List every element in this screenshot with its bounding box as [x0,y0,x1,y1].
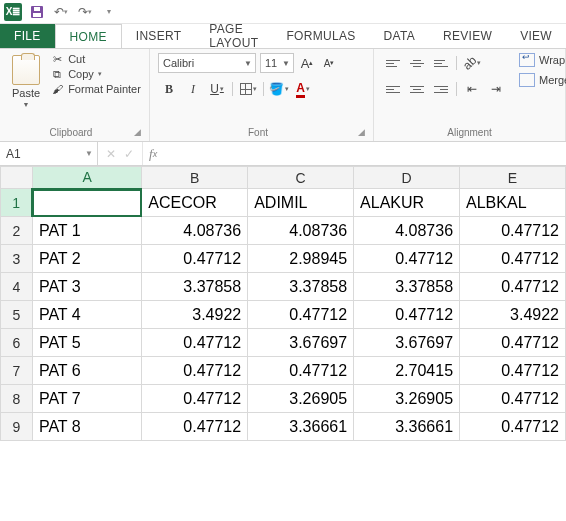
cell[interactable]: ALBKAL [460,189,566,217]
decrease-font-button[interactable]: A▾ [320,53,338,73]
align-top-button[interactable] [382,53,404,73]
fill-color-button[interactable]: 🪣▾ [268,79,290,99]
tab-data[interactable]: DATA [370,24,429,48]
cell[interactable]: 2.98945 [248,245,354,273]
row-header[interactable]: 2 [1,217,33,245]
col-header-A[interactable]: A [32,167,141,189]
tab-page-layout[interactable]: PAGE LAYOUT [195,24,272,48]
row-header[interactable]: 9 [1,413,33,441]
cell[interactable]: PAT 7 [32,385,141,413]
cell[interactable]: 0.47712 [354,245,460,273]
cell[interactable]: 0.47712 [460,385,566,413]
tab-view[interactable]: VIEW [506,24,566,48]
merge-center-button[interactable]: Merge & [519,73,566,87]
font-name-combo[interactable]: Calibri▼ [158,53,256,73]
cell[interactable]: 3.36661 [354,413,460,441]
row-header[interactable]: 5 [1,301,33,329]
qat-customize-button[interactable]: ▾ [100,3,118,21]
underline-button[interactable]: U▾ [206,79,228,99]
cell[interactable]: 3.67697 [354,329,460,357]
cell[interactable]: 0.47712 [142,413,248,441]
cancel-formula-button[interactable]: ✕ [106,147,116,161]
cell[interactable]: 0.47712 [460,245,566,273]
copy-button[interactable]: ⧉ Copy ▾ [50,68,141,80]
col-header-B[interactable]: B [142,167,248,189]
cell[interactable]: 0.47712 [354,301,460,329]
cell[interactable]: 0.47712 [142,385,248,413]
cell[interactable]: 3.67697 [248,329,354,357]
cell[interactable]: PAT 2 [32,245,141,273]
italic-button[interactable]: I [182,79,204,99]
cell[interactable]: 0.47712 [248,301,354,329]
col-header-D[interactable]: D [354,167,460,189]
tab-file[interactable]: FILE [0,24,55,48]
font-launcher[interactable]: ◢ [358,127,365,137]
cell[interactable]: PAT 4 [32,301,141,329]
borders-button[interactable]: ▾ [237,79,259,99]
cell[interactable]: PAT 1 [32,217,141,245]
cell[interactable]: 0.47712 [460,413,566,441]
undo-button[interactable]: ↶▾ [52,3,70,21]
name-box[interactable]: A1 ▼ [0,142,98,165]
tab-home[interactable]: HOME [55,24,122,48]
paste-button[interactable]: Paste ▼ [8,53,44,125]
cell[interactable]: 2.70415 [354,357,460,385]
col-header-C[interactable]: C [248,167,354,189]
cell[interactable]: 0.47712 [460,329,566,357]
cell[interactable]: 3.26905 [354,385,460,413]
cell[interactable]: 3.4922 [460,301,566,329]
cell[interactable]: 0.47712 [460,217,566,245]
align-bottom-button[interactable] [430,53,452,73]
clipboard-launcher[interactable]: ◢ [134,127,141,137]
font-color-button[interactable]: A▾ [292,79,314,99]
cell[interactable]: PAT 3 [32,273,141,301]
tab-formulas[interactable]: FORMULAS [272,24,369,48]
cell[interactable]: ALAKUR [354,189,460,217]
cell[interactable]: 0.47712 [460,357,566,385]
enter-formula-button[interactable]: ✓ [124,147,134,161]
increase-indent-button[interactable]: ⇥ [485,79,507,99]
font-size-combo[interactable]: 11▼ [260,53,294,73]
row-header[interactable]: 1 [1,189,33,217]
cell[interactable]: PAT 8 [32,413,141,441]
cell[interactable]: 4.08736 [142,217,248,245]
row-header[interactable]: 3 [1,245,33,273]
save-button[interactable] [28,3,46,21]
cell[interactable]: ADIMIL [248,189,354,217]
cell[interactable]: ACECOR [142,189,248,217]
row-header[interactable]: 8 [1,385,33,413]
cell[interactable]: 4.08736 [354,217,460,245]
cell[interactable]: PAT 5 [32,329,141,357]
cell[interactable]: 0.47712 [142,329,248,357]
row-header[interactable]: 6 [1,329,33,357]
cell[interactable]: 3.37858 [248,273,354,301]
cell[interactable]: 0.47712 [460,273,566,301]
cell[interactable]: 3.4922 [142,301,248,329]
formula-input[interactable] [163,142,566,165]
worksheet-grid[interactable]: A B C D E 1ACECORADIMILALAKURALBKAL2PAT … [0,166,566,441]
row-header[interactable]: 4 [1,273,33,301]
cell[interactable]: 0.47712 [142,245,248,273]
orientation-button[interactable]: ab▾ [461,53,483,73]
cell[interactable]: 3.37858 [354,273,460,301]
increase-font-button[interactable]: A▴ [298,53,316,73]
wrap-text-button[interactable]: Wrap Te [519,53,566,67]
fx-icon[interactable]: fx [143,142,163,165]
align-right-button[interactable] [430,79,452,99]
cell[interactable] [32,189,141,217]
align-center-button[interactable] [406,79,428,99]
cell[interactable]: 0.47712 [248,357,354,385]
row-header[interactable]: 7 [1,357,33,385]
cell[interactable]: 0.47712 [142,357,248,385]
align-left-button[interactable] [382,79,404,99]
bold-button[interactable]: B [158,79,180,99]
cell[interactable]: 3.26905 [248,385,354,413]
redo-button[interactable]: ↷▾ [76,3,94,21]
tab-review[interactable]: REVIEW [429,24,506,48]
format-painter-button[interactable]: 🖌 Format Painter [50,83,141,95]
tab-insert[interactable]: INSERT [122,24,196,48]
cell[interactable]: PAT 6 [32,357,141,385]
decrease-indent-button[interactable]: ⇤ [461,79,483,99]
cell[interactable]: 3.37858 [142,273,248,301]
cut-button[interactable]: ✂ Cut [50,53,141,65]
